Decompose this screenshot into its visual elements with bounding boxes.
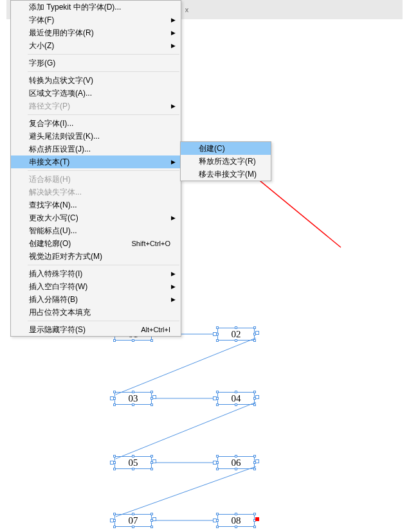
- in-port-icon: [213, 461, 217, 465]
- menu-label: 移去串接文字(M): [199, 169, 257, 180]
- text-frame-06[interactable]: 06: [217, 456, 255, 469]
- close-icon[interactable]: x: [180, 5, 189, 14]
- handle-icon: [216, 513, 219, 515]
- type-menu: 添加 Typekit 中的字体(D)... 字体(F)▶ 最近使用的字体(R)▶…: [10, 0, 181, 337]
- menu-label: 用占位符文本填充: [29, 307, 91, 318]
- menu-kumi-rules[interactable]: 避头尾法则设置(K)...: [11, 130, 181, 143]
- in-port-icon: [213, 396, 217, 400]
- out-port-icon: [152, 517, 156, 521]
- frame-label: 06: [232, 457, 241, 468]
- menu-composite-font[interactable]: 复合字体(I)...: [11, 117, 181, 130]
- menu-insert-whitespace[interactable]: 插入空白字符(W)▶: [11, 280, 181, 293]
- svg-line-7: [116, 466, 256, 517]
- handle-icon: [150, 513, 153, 515]
- chevron-right-icon: ▶: [171, 42, 176, 49]
- out-port-icon: [255, 395, 259, 399]
- frame-label: 07: [129, 515, 138, 526]
- text-frame-08[interactable]: 08: [217, 514, 255, 527]
- in-port-icon: [110, 396, 114, 400]
- chevron-right-icon: ▶: [171, 17, 176, 23]
- out-port-icon: [255, 459, 259, 463]
- in-port-icon: [110, 461, 114, 465]
- menu-label: 复合字体(I)...: [29, 118, 73, 129]
- out-port-icon: [152, 395, 156, 399]
- handle-icon: [235, 513, 237, 515]
- handle-icon: [253, 468, 256, 470]
- menu-shortcut: Alt+Ctrl+I: [141, 326, 170, 333]
- handle-icon: [113, 526, 116, 528]
- menu-recent-fonts[interactable]: 最近使用的字体(R)▶: [11, 26, 181, 39]
- menu-thread-text[interactable]: 串接文本(T)▶: [11, 155, 181, 168]
- handle-icon: [253, 403, 256, 406]
- menu-label: 插入特殊字符(I): [29, 269, 82, 279]
- chevron-right-icon: ▶: [171, 30, 176, 36]
- thread-lines: [112, 326, 261, 527]
- text-frame-02[interactable]: 02: [217, 328, 255, 341]
- handle-icon: [253, 455, 256, 457]
- menu-create-outlines[interactable]: 创建轮廓(O)Shift+Ctrl+O: [11, 237, 181, 250]
- menu-label: 创建轮廓(O): [29, 238, 71, 249]
- frame-label: 02: [232, 329, 241, 340]
- handle-icon: [235, 468, 237, 470]
- menu-show-hidden[interactable]: 显示隐藏字符(S)Alt+Ctrl+I: [11, 323, 181, 336]
- menu-label: 智能标点(U)...: [29, 226, 77, 236]
- handle-icon: [150, 468, 153, 470]
- handle-icon: [253, 526, 256, 528]
- menu-change-case[interactable]: 更改大小写(C)▶: [11, 211, 181, 224]
- handle-icon: [216, 468, 219, 470]
- menu-resolve-missing: 解决缺失字体...: [11, 186, 181, 199]
- menu-margin-align[interactable]: 视觉边距对齐方式(M): [11, 250, 181, 263]
- menu-smart-punct[interactable]: 智能标点(U)...: [11, 224, 181, 237]
- menu-label: 更改大小写(C): [29, 213, 78, 224]
- in-port-icon: [213, 519, 217, 522]
- in-port-icon: [110, 519, 114, 522]
- out-port-icon: [255, 331, 259, 335]
- handle-icon: [253, 339, 256, 342]
- handle-icon: [235, 391, 237, 393]
- text-frame-03[interactable]: 03: [114, 392, 152, 405]
- handle-icon: [132, 339, 134, 342]
- handle-icon: [216, 455, 219, 457]
- menu-fit-headline: 适合标题(H): [11, 173, 181, 186]
- chevron-right-icon: ▶: [171, 215, 176, 221]
- menu-fill-placeholder[interactable]: 用占位符文本填充: [11, 306, 181, 319]
- menu-insert-special[interactable]: 插入特殊字符(I)▶: [11, 267, 181, 280]
- submenu-remove-thread[interactable]: 移去串接文字(M): [181, 168, 271, 181]
- menu-font[interactable]: 字体(F)▶: [11, 13, 181, 26]
- menu-separator: [28, 265, 179, 265]
- handle-icon: [216, 391, 219, 393]
- menu-label: 区域文字选项(A)...: [29, 88, 92, 99]
- threaded-text-diagram: 01 02 03 04 05 06: [112, 326, 261, 527]
- text-frame-07[interactable]: 07: [114, 514, 152, 527]
- chevron-right-icon: ▶: [171, 103, 176, 109]
- frame-label: 05: [129, 457, 138, 468]
- handle-icon: [150, 339, 153, 342]
- handle-icon: [113, 403, 116, 406]
- chevron-right-icon: ▶: [171, 270, 176, 277]
- menu-add-typekit[interactable]: 添加 Typekit 中的字体(D)...: [11, 1, 181, 13]
- menu-find-font[interactable]: 查找字体(N)...: [11, 199, 181, 211]
- handle-icon: [253, 326, 256, 329]
- frame-label: 03: [129, 393, 138, 404]
- handle-icon: [132, 403, 134, 406]
- menu-separator: [28, 170, 179, 171]
- submenu-create[interactable]: 创建(C): [181, 142, 271, 155]
- menu-mojikumi[interactable]: 标点挤压设置(J)...: [11, 143, 181, 155]
- menu-to-point-type[interactable]: 转换为点状文字(V): [11, 74, 181, 87]
- menu-separator: [28, 321, 179, 321]
- menu-label: 字形(G): [29, 58, 55, 69]
- out-port-icon: [152, 459, 156, 463]
- text-frame-05[interactable]: 05: [114, 456, 152, 469]
- menu-size[interactable]: 大小(Z)▶: [11, 39, 181, 52]
- text-frame-04[interactable]: 04: [217, 392, 255, 405]
- frame-label: 08: [232, 515, 241, 526]
- handle-icon: [132, 391, 134, 393]
- handle-icon: [132, 526, 134, 528]
- menu-area-options[interactable]: 区域文字选项(A)...: [11, 87, 181, 100]
- menu-label: 串接文本(T): [29, 157, 69, 168]
- menu-label: 解决缺失字体...: [29, 187, 82, 198]
- handle-icon: [150, 455, 153, 457]
- menu-glyphs[interactable]: 字形(G): [11, 57, 181, 69]
- submenu-release[interactable]: 释放所选文字(R): [181, 155, 271, 168]
- menu-insert-break[interactable]: 插入分隔符(B)▶: [11, 293, 181, 306]
